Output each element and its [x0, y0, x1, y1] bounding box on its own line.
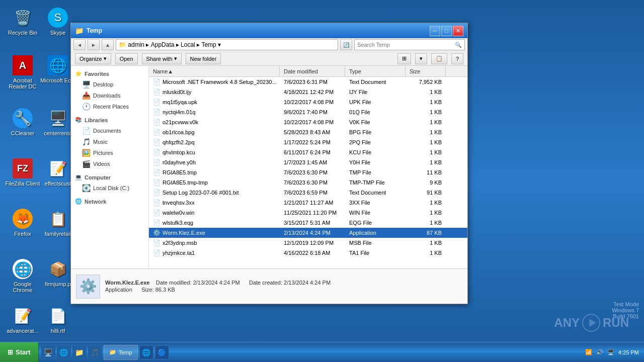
search-input[interactable]	[357, 42, 453, 48]
anyrun-watermark: ANY RUN	[554, 314, 629, 332]
file-row[interactable]: 📄 yhzjmkce.ta1 4/16/2022 6:18 AM TA1 Fil…	[149, 248, 467, 258]
sidebar-item-pictures[interactable]: 🖼️ Pictures	[71, 147, 148, 158]
file-row[interactable]: 📄 tnveqhsv.3xx 1/21/2017 11:27 AM 3XX Fi…	[149, 198, 467, 208]
file-size-cell: 1 KB	[406, 157, 446, 167]
file-row[interactable]: 📄 mq1t5yqa.upk 10/22/2017 4:08 PM UPK Fi…	[149, 97, 467, 107]
file-name-cell: ⚙️ Worm.Klez.E.exe	[149, 228, 280, 238]
taskbar-ie-button[interactable]: 🌐	[57, 345, 71, 359]
desktop-icon-advancerat[interactable]: 📝 advancerat...	[5, 306, 40, 334]
view-dropdown-button[interactable]: ▾	[415, 53, 427, 64]
view-button[interactable]: ⊞	[397, 53, 411, 64]
preview-pane-button[interactable]: 📋	[431, 53, 447, 64]
file-row[interactable]: 📄 Microsoft .NET Framework 4.8 Setup_202…	[149, 77, 467, 87]
file-date-cell: 4/18/2021 12:42 PM	[280, 87, 345, 97]
computer-section: 💻 Computer 💽 Local Disk (C:)	[71, 172, 148, 194]
tray-sound-icon: 🔊	[596, 349, 603, 355]
desktop-icon-acrobat[interactable]: A Acrobat Reader DC	[5, 55, 40, 89]
computer-header: 💻 Computer	[71, 172, 148, 183]
search-bar[interactable]: 🔍	[354, 39, 465, 50]
taskbar-show-desktop[interactable]: 🖥️	[41, 345, 55, 359]
desktop-icon-firefox[interactable]: 🦊 Firefox	[5, 209, 40, 237]
taskbar-explorer-button[interactable]: 📁	[72, 345, 87, 359]
file-type-icon: 📄	[153, 149, 160, 156]
libraries-section: 📚 Libraries 📄 Documents 🎵 Music 🖼️ Pictu…	[71, 115, 148, 169]
address-temp: Temp	[201, 41, 216, 48]
taskbar-chrome-button[interactable]: 🌐	[139, 345, 153, 359]
share-button[interactable]: Share with ▾	[142, 53, 182, 64]
file-row[interactable]: 📄 o21pcvww.v0k 10/22/2017 4:08 PM V0K Fi…	[149, 117, 467, 127]
file-row[interactable]: 📄 RGIA8E5.tmp 7/6/2023 6:30 PM TMP File …	[149, 167, 467, 177]
maximize-button[interactable]: □	[441, 26, 452, 36]
file-row[interactable]: 📄 qhfqzfh2.2pq 1/17/2022 5:24 PM 2PQ Fil…	[149, 137, 467, 147]
address-refresh-button[interactable]: 🔄	[340, 39, 352, 50]
desktop: 🗑️ Recycle Bin S Skype A Acrobat Reader …	[0, 0, 644, 362]
file-date-cell: 11/25/2021 11:20 PM	[280, 208, 345, 218]
file-date-cell: 4/16/2022 6:18 AM	[280, 248, 345, 258]
file-name-cell: 📄 Setup Log 2023-07-06 #001.txt	[149, 188, 280, 198]
file-row[interactable]: 📄 x2f3ydnp.msb 12/1/2019 12:09 PM MSB Fi…	[149, 238, 467, 248]
file-row[interactable]: 📄 mluskd0t.ijy 4/18/2021 12:42 PM IJY Fi…	[149, 87, 467, 97]
file-row[interactable]: 📄 qhvlmtop.kcu 6/11/2017 6:24 PM KCU Fil…	[149, 147, 467, 157]
file-row[interactable]: 📄 ob1rlcoa.bpg 5/28/2023 8:43 AM BPG Fil…	[149, 127, 467, 137]
file-type-icon: 📄	[153, 189, 160, 196]
column-header-type[interactable]: Type	[345, 66, 406, 76]
new-folder-button[interactable]: New folder	[186, 53, 221, 64]
address-bar[interactable]: 📁 admin ▸ AppData ▸ Local ▸ Temp ▾	[116, 39, 338, 50]
close-button[interactable]: ✕	[453, 26, 463, 36]
taskbar-media-button[interactable]: 🎵	[88, 345, 102, 359]
file-row[interactable]: 📄 walelw0v.win 11/25/2021 11:20 PM WIN F…	[149, 208, 467, 218]
sidebar-item-local-disk[interactable]: 💽 Local Disk (C:)	[71, 183, 148, 194]
file-row[interactable]: 📄 nyctqi4m.01q 9/6/2021 7:40 PM 01Q File…	[149, 107, 467, 117]
desktop-icon-chrome[interactable]: 🌐 Google Chrome	[5, 259, 40, 293]
network-icon: 🌐	[75, 198, 82, 205]
status-size-label: Size:	[141, 287, 153, 293]
file-type-icon: 📄	[153, 99, 160, 106]
file-date-cell: 7/6/2023 6:30 PM	[280, 167, 345, 177]
desktop-icon-recycle-bin[interactable]: 🗑️ Recycle Bin	[5, 8, 40, 36]
back-button[interactable]: ◄	[73, 39, 86, 50]
desktop-icon-ccleaner[interactable]: 🔧 CCleaner	[5, 108, 40, 136]
forward-button[interactable]: ►	[88, 39, 100, 50]
taskbar-clock[interactable]: 4:25 PM	[618, 349, 639, 355]
file-row[interactable]: 📄 r0dayhve.y0h 1/7/2023 1:45 AM Y0H File…	[149, 157, 467, 167]
file-date-cell: 10/22/2017 4:08 PM	[280, 97, 345, 107]
file-list-container: Name ▲ Date modified Type Size 📄	[149, 66, 467, 268]
help-button[interactable]: ?	[451, 53, 463, 64]
desktop-icon-hilli[interactable]: 📄 hilli.rtf	[40, 306, 75, 334]
file-type-cell: TA1 File	[345, 248, 406, 258]
start-button[interactable]: ⊞ Start	[0, 342, 39, 362]
sidebar-item-recent-places[interactable]: 🕐 Recent Places	[71, 101, 148, 112]
up-button[interactable]: ▲	[102, 39, 114, 50]
pictures-icon: 🖼️	[82, 149, 91, 157]
taskbar-temp-window[interactable]: 📁 Temp	[104, 345, 138, 360]
file-row[interactable]: 📄 wlstufk3.eqg 3/15/2017 5:31 AM EQG Fil…	[149, 218, 467, 228]
file-name-cell: 📄 walelw0v.win	[149, 208, 280, 218]
status-bar: ⚙️ Worm.Klez.E.exe Date modified: 2/13/2…	[71, 268, 467, 304]
sidebar-item-music[interactable]: 🎵 Music	[71, 136, 148, 147]
file-type-cell: BPG File	[345, 127, 406, 137]
open-button[interactable]: Open	[115, 53, 138, 64]
minimize-button[interactable]: ─	[430, 26, 440, 36]
organize-button[interactable]: Organize ▾	[75, 53, 111, 64]
music-icon: 🎵	[82, 138, 91, 146]
sidebar-item-desktop[interactable]: 🖥️ Desktop	[71, 79, 148, 90]
file-type-cell: EQG File	[345, 218, 406, 228]
sidebar-item-documents[interactable]: 📄 Documents	[71, 125, 148, 136]
column-header-date[interactable]: Date modified	[280, 66, 345, 76]
sidebar-item-videos[interactable]: 🎬 Videos	[71, 158, 148, 169]
column-header-name[interactable]: Name ▲	[149, 66, 280, 76]
file-row[interactable]: 📄 RGIA8E5.tmp-tmp 7/6/2023 6:30 PM TMP-T…	[149, 177, 467, 188]
videos-icon: 🎬	[82, 160, 91, 168]
column-header-size[interactable]: Size	[406, 66, 446, 76]
file-size-cell: 1 KB	[406, 127, 446, 137]
file-list[interactable]: 📄 Microsoft .NET Framework 4.8 Setup_202…	[149, 77, 467, 268]
file-type-icon: 📄	[153, 219, 160, 226]
taskbar-ie2-button[interactable]: 🔵	[155, 345, 169, 359]
file-name-cell: 📄 Microsoft .NET Framework 4.8 Setup_202…	[149, 77, 280, 87]
sidebar-item-downloads[interactable]: 📥 Downloads	[71, 90, 148, 101]
libraries-icon: 📚	[75, 117, 82, 123]
file-row[interactable]: 📄 Setup Log 2023-07-06 #001.txt 7/6/2023…	[149, 188, 467, 198]
desktop-icon-filezilla[interactable]: FZ FileZilla Client	[5, 158, 40, 187]
file-row[interactable]: ⚙️ Worm.Klez.E.exe 2/13/2024 4:24 PM App…	[149, 228, 467, 238]
file-type-cell: TMP File	[345, 167, 406, 177]
